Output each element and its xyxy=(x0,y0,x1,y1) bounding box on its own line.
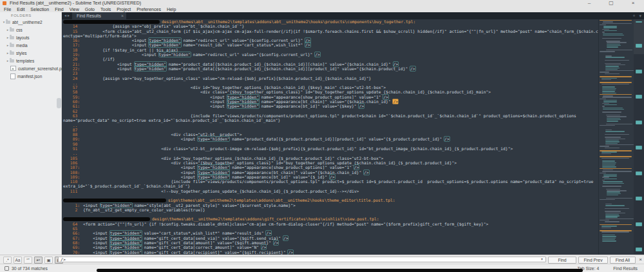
sidebar-item-layouts[interactable]: ▸layouts xyxy=(0,34,62,41)
result-line: 66: <input type="hidden" value="cart_sta… xyxy=(62,231,599,235)
regex-toggle[interactable]: .* xyxy=(3,257,12,264)
result-line-text: {include file="views/products/components… xyxy=(83,179,593,184)
sidebar-item-css[interactable]: ▸css xyxy=(0,26,62,34)
result-line-text: name="product_data" no_script=true extra… xyxy=(63,118,280,122)
menu-item-edit[interactable]: Edit xyxy=(17,6,24,12)
result-line-number: 88 xyxy=(62,132,80,137)
folder-icon xyxy=(10,59,14,63)
menu-item-project[interactable]: Project xyxy=(117,6,131,12)
result-line: 61: <input type="hidden" name="appearanc… xyxy=(62,104,599,108)
menu-item-find[interactable]: Find xyxy=(55,6,64,12)
result-line-number: 20 xyxy=(62,57,80,61)
menu-item-tools[interactable]: Tools xyxy=(100,6,111,12)
minimap-line xyxy=(599,240,634,242)
result-line-number: 62 xyxy=(62,109,80,113)
current-search-match: /> xyxy=(393,99,398,104)
syntax-indicator[interactable]: Find Results xyxy=(613,266,638,271)
minimap[interactable] xyxy=(599,20,634,255)
in-selection-toggle[interactable]: ▣ xyxy=(44,257,53,264)
scrollbar-annotations[interactable] xyxy=(634,19,644,255)
redaction-mark xyxy=(63,199,166,202)
menu-item-help[interactable]: Help xyxy=(167,6,176,12)
sidebar-item-customer-screenshot-png[interactable]: customer_screenshot.png xyxy=(0,64,62,72)
tab-find-results[interactable]: Find Results × xyxy=(72,12,126,19)
scrollbar-viewport[interactable] xyxy=(634,19,644,54)
search-match: /> xyxy=(315,52,320,57)
search-match: /> xyxy=(261,245,267,249)
result-line-text: <input type="hidden" name="gift_cert_dat… xyxy=(83,236,288,240)
minimize-button[interactable]: – xyxy=(578,0,600,6)
match-tick xyxy=(636,95,642,96)
result-line-number: 69: xyxy=(62,245,80,249)
result-line: 105 <div id="buy_together_options_{$chai… xyxy=(62,156,599,160)
result-line-text: {fn_abt__ut2_get_empty_core_color_variab… xyxy=(83,208,205,212)
new-tab-icon[interactable]: + xyxy=(632,12,635,19)
result-line-number: 111 xyxy=(62,189,80,193)
sidebar-item-media[interactable]: ▸media xyxy=(0,41,62,49)
editor[interactable]: design\themes\abt__unitheme2\templates\a… xyxy=(62,19,644,255)
result-line: 24 {assign var="buy_together_options_cla… xyxy=(62,76,599,81)
result-line-text: <div id="buy_together_options_{$chain.ch… xyxy=(83,156,383,160)
result-line-number: 23 xyxy=(62,71,80,75)
find-prev-button[interactable]: Find Prev xyxy=(578,257,608,264)
result-line-text: <div class="{$buy_together_options_class… xyxy=(83,90,491,94)
result-line xyxy=(62,193,599,198)
search-match: type="hidden" xyxy=(110,250,142,255)
tab-close-icon[interactable]: × xyxy=(121,12,124,19)
maximize-button[interactable]: ▢ xyxy=(600,0,622,6)
result-line xyxy=(62,212,599,217)
result-line: 20 {/if} xyxy=(62,57,599,61)
file-icon xyxy=(10,73,15,79)
result-line-number: 14 xyxy=(62,24,80,28)
tab-overflow-icon[interactable]: ▾ xyxy=(639,12,641,19)
find-button[interactable]: Find xyxy=(548,257,576,264)
result-line-number: 17: xyxy=(62,43,80,47)
result-line-text: <form class="abt__ut2_chain_form {if $is… xyxy=(83,29,599,34)
menu-item-view[interactable]: View xyxy=(70,6,79,12)
close-button[interactable]: × xyxy=(622,0,644,6)
result-line: 57 <div id="buy_together_options_{$chain… xyxy=(62,85,599,90)
result-line-number: 106 xyxy=(62,160,80,165)
case-sensitive-toggle[interactable]: Aa xyxy=(14,257,22,264)
find-results-lines: design\themes\abt__unitheme2\templates\a… xyxy=(62,19,599,255)
sidebar-scrollbar-thumb[interactable] xyxy=(57,98,61,108)
result-line-text: extra_id="`$_product.product_id`_`$chain… xyxy=(63,184,190,188)
sidebar-item-label: abt__unitheme2 xyxy=(12,20,43,24)
sidebar-item-abt-unitheme2[interactable]: ▾abt__unitheme2 xyxy=(0,18,62,26)
menu-item-file[interactable]: File xyxy=(4,6,11,12)
result-line-number: .. xyxy=(62,81,80,85)
result-line-text: <input type="hidden" name="result_ids" v… xyxy=(83,43,310,47)
whole-word-toggle[interactable]: “” xyxy=(24,257,32,264)
result-line: 14 {assign var="obj_prefix" value="bt_`$… xyxy=(62,24,599,28)
redaction-mark xyxy=(63,217,150,221)
menu-item-preferences[interactable]: Preferences xyxy=(137,6,161,12)
search-match: type="hidden" xyxy=(227,95,259,99)
match-tick xyxy=(636,171,642,173)
match-tick xyxy=(636,70,642,71)
result-line-number: 108: xyxy=(62,170,80,175)
search-match: type="hidden" xyxy=(227,104,259,108)
result-line-number: 19: xyxy=(62,52,80,57)
sidebar-item-styles[interactable]: ▸styles xyxy=(0,49,62,57)
result-line-number: 61: xyxy=(62,104,80,108)
search-match: type="hidden" xyxy=(100,203,132,208)
result-line: 21: <input type="hidden" name="product_d… xyxy=(62,62,599,66)
result-line-text: <input type="hidden" name="redirect_url"… xyxy=(83,52,320,57)
result-line-number: 64 xyxy=(62,222,80,226)
menu-item-selection[interactable]: Selection xyxy=(30,6,49,12)
result-line-text: <input type="hidden" name="style[abt__ut… xyxy=(83,203,296,208)
search-match: type="hidden" xyxy=(198,165,229,170)
find-input[interactable] xyxy=(58,257,546,262)
find-panel: .*Aa“”↩▣▤ ▾ FindFind PrevFind All × xyxy=(0,255,644,264)
search-match: type="hidden" xyxy=(110,245,142,249)
file-path: sign\themes\abt__unitheme2\templates\add… xyxy=(63,198,395,202)
sidebar-item-templates[interactable]: ▸templates xyxy=(0,57,62,64)
sidebar-item-manifest-json[interactable]: manifest.json xyxy=(0,72,62,80)
find-input-dropdown-icon[interactable]: ▾ xyxy=(541,257,543,262)
wrap-toggle[interactable]: ↩ xyxy=(34,257,43,264)
menu-item-goto[interactable]: Goto xyxy=(85,6,95,12)
tab-history-forward-icon[interactable]: ▸ xyxy=(68,14,71,17)
find-panel-close-icon[interactable]: × xyxy=(639,255,642,264)
find-all-button[interactable]: Find All xyxy=(610,257,636,264)
result-line-text: <!--buy_together_options_update_{$chain.… xyxy=(83,189,359,193)
